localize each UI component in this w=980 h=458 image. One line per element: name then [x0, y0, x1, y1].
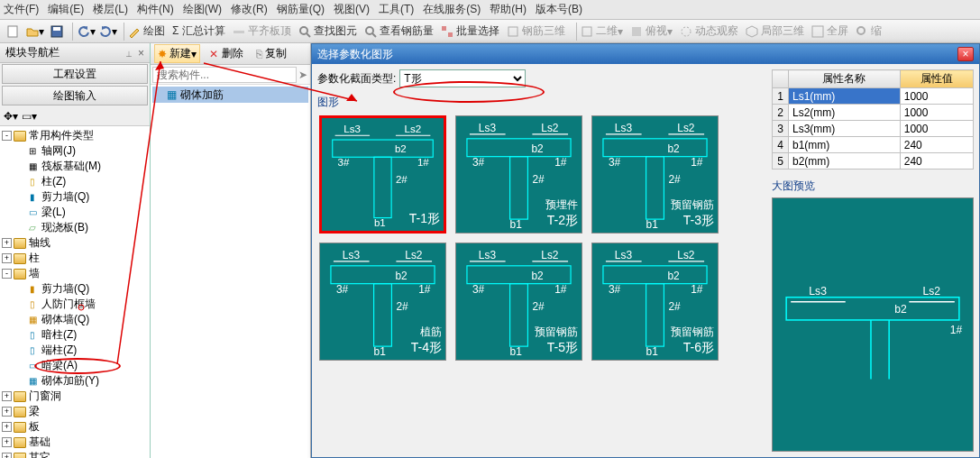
search-input[interactable] — [152, 67, 297, 83]
expand-icon[interactable]: + — [2, 437, 12, 447]
tree-axisnet[interactable]: 轴网(J) — [41, 143, 76, 159]
tree-endcol[interactable]: 端柱(Z) — [41, 343, 77, 358]
menu-online[interactable]: 在线服务(S) — [423, 2, 481, 17]
param-type-select[interactable]: T形 — [399, 69, 526, 87]
tree-masonry[interactable]: 砌体墙(Q) — [41, 312, 89, 327]
tree-doorwin[interactable]: 门窗洞 — [29, 389, 61, 404]
sum-tool[interactable]: Σ 汇总计算 — [172, 23, 225, 39]
expand-icon[interactable]: + — [2, 238, 12, 248]
component-list[interactable]: ▦砌体加筋 — [151, 85, 310, 458]
dynview-tool[interactable]: 动态观察 — [680, 23, 738, 39]
expand-icon[interactable]: + — [2, 253, 12, 263]
tree-raft[interactable]: 筏板基础(M) — [41, 159, 101, 174]
menu-edit[interactable]: 编辑(E) — [48, 2, 84, 17]
dialog-titlebar[interactable]: 选择参数化图形 × — [312, 44, 979, 64]
tab-draw-input[interactable]: 绘图输入 — [2, 86, 148, 105]
undo-button[interactable]: ▾ — [77, 22, 96, 41]
expand-icon[interactable]: + — [2, 453, 12, 458]
menu-draw[interactable]: 绘图(W) — [183, 2, 222, 17]
close-panel-icon[interactable]: × — [138, 47, 144, 60]
pin-icon[interactable]: ⟂ — [126, 49, 132, 59]
expand-icon[interactable]: - — [2, 269, 12, 279]
tree-hidcol[interactable]: 暗柱(Z) — [41, 327, 77, 343]
redo-button[interactable]: ▾ — [98, 22, 118, 41]
dialog-close-button[interactable]: × — [957, 47, 974, 61]
list-item[interactable]: ▦砌体加筋 — [152, 87, 308, 103]
find-rebar-tool[interactable]: 查看钢筋量 — [364, 23, 434, 39]
folder-icon — [14, 238, 26, 249]
open-file-button[interactable]: ▾ — [25, 22, 45, 41]
nav-tool-2[interactable]: ▭▾ — [22, 110, 37, 123]
fullscreen-tool[interactable]: 全屏 — [811, 23, 848, 39]
two-d-tool[interactable]: 二维 ▾ — [581, 23, 623, 39]
svg-text:1#: 1# — [554, 283, 567, 296]
search-go-button[interactable]: ➤ — [297, 69, 308, 81]
copy-component-button[interactable]: ⎘ 复制 — [252, 44, 290, 63]
flatslab-tool[interactable]: 平齐板顶 — [233, 23, 291, 39]
menu-help[interactable]: 帮助(H) — [490, 2, 527, 17]
menu-component[interactable]: 构件(N) — [137, 2, 174, 17]
menu-tool[interactable]: 工具(T) — [379, 2, 414, 17]
expand-icon[interactable]: + — [2, 407, 12, 417]
svg-text:b1: b1 — [510, 345, 523, 358]
property-table[interactable]: 属性名称属性值 1Ls1(mm)10002Ls2(mm)10003Ls3(mm)… — [772, 69, 974, 169]
local-3d-tool[interactable]: 局部三维 — [746, 23, 804, 39]
menu-file[interactable]: 文件(F) — [4, 2, 39, 17]
property-row[interactable]: 1Ls1(mm)1000 — [773, 88, 974, 105]
find-elem-tool[interactable]: 查找图元 — [298, 23, 357, 39]
menu-version[interactable]: 版本号(B) — [536, 2, 582, 17]
batch-select-tool[interactable]: 批量选择 — [441, 23, 499, 39]
svg-rect-30 — [467, 139, 571, 157]
tree-axis[interactable]: 轴线 — [29, 235, 50, 251]
topview-tool[interactable]: 俯视 ▾ — [630, 23, 673, 39]
tree-other[interactable]: 其它 — [29, 450, 50, 458]
tree-foundation[interactable]: 基础 — [29, 435, 50, 450]
expand-icon[interactable]: - — [2, 131, 12, 141]
tree-beam-cat[interactable]: 梁 — [29, 404, 40, 419]
zoom-tool[interactable]: 缩 — [856, 23, 882, 39]
draw-tool[interactable]: 绘图 — [128, 23, 165, 39]
menu-rebar[interactable]: 钢筋量(Q) — [277, 2, 325, 17]
svg-text:Ls2: Ls2 — [677, 249, 695, 261]
rebar-3d-tool[interactable]: 钢筋三维 — [507, 23, 565, 39]
expand-icon[interactable]: + — [2, 422, 12, 432]
svg-text:3#: 3# — [609, 156, 621, 169]
delete-component-button[interactable]: ✕ 删除 — [206, 44, 246, 63]
menu-modify[interactable]: 修改(R) — [231, 2, 268, 17]
new-file-button[interactable] — [4, 22, 23, 41]
shape-thumb-4[interactable]: Ls3Ls2 b21# 2#3# b1 植筋T-4形 — [319, 243, 446, 361]
tree-slab-cat[interactable]: 板 — [29, 419, 40, 435]
save-button[interactable] — [47, 22, 67, 41]
menu-floor[interactable]: 楼层(L) — [93, 2, 128, 17]
property-row[interactable]: 3Ls3(mm)1000 — [773, 121, 974, 137]
tree-shearwall[interactable]: 剪力墙(Q) — [41, 189, 89, 205]
navigator-panel: 模块导航栏 ⟂ × 工程设置 绘图输入 ✥▾ ▭▾ -常用构件类型 ⊞轴网(J)… — [0, 43, 151, 458]
svg-marker-16 — [746, 26, 757, 37]
tree-shearwall2[interactable]: 剪力墙(Q) — [41, 281, 89, 297]
property-row[interactable]: 5b2(mm)240 — [773, 153, 974, 169]
tree-column-cat[interactable]: 柱 — [29, 251, 40, 266]
component-tree[interactable]: -常用构件类型 ⊞轴网(J) ▦筏板基础(M) ▯柱(Z) ▮剪力墙(Q) ▭梁… — [0, 126, 150, 458]
tree-hidbeam[interactable]: 暗梁(A) — [41, 358, 78, 373]
tree-wall-cat[interactable]: 墙 — [29, 266, 40, 281]
property-row[interactable]: 4b1(mm)240 — [773, 137, 974, 153]
tree-doorframe[interactable]: 人防门框墙 — [41, 297, 96, 312]
shape-thumb-6[interactable]: Ls3Ls2 b21# 2#3# b1 预留钢筋T-6形 — [591, 243, 719, 361]
shape-thumb-2[interactable]: Ls3Ls2 b21# 2#3# b1 预埋件T-2形 — [455, 115, 582, 234]
shape-thumb-5[interactable]: Ls3Ls2 b21# 2#3# b1 预留钢筋T-5形 — [455, 243, 582, 361]
new-component-button[interactable]: ✸ 新建▾ — [154, 44, 200, 63]
nav-tool-1[interactable]: ✥▾ — [4, 110, 18, 123]
property-row[interactable]: 2Ls2(mm)1000 — [773, 105, 974, 121]
tree-masrein[interactable]: 砌体加筋(Y) — [41, 373, 99, 389]
svg-text:b2: b2 — [531, 270, 544, 282]
expand-icon[interactable]: + — [2, 391, 12, 401]
svg-text:1#: 1# — [691, 283, 703, 296]
tree-slab[interactable]: 现浇板(B) — [41, 220, 88, 235]
tab-project-settings[interactable]: 工程设置 — [2, 64, 148, 84]
menu-view[interactable]: 视图(V) — [334, 2, 370, 17]
tree-root[interactable]: 常用构件类型 — [29, 128, 94, 143]
tree-beam[interactable]: 梁(L) — [41, 205, 66, 220]
shape-thumb-1[interactable]: Ls3Ls2 b21# 2#3# b1 T-1形 — [319, 115, 446, 234]
tree-column[interactable]: 柱(Z) — [41, 174, 66, 189]
shape-thumb-3[interactable]: Ls3Ls2 b21# 2#3# b1 预留钢筋T-3形 — [591, 115, 719, 234]
